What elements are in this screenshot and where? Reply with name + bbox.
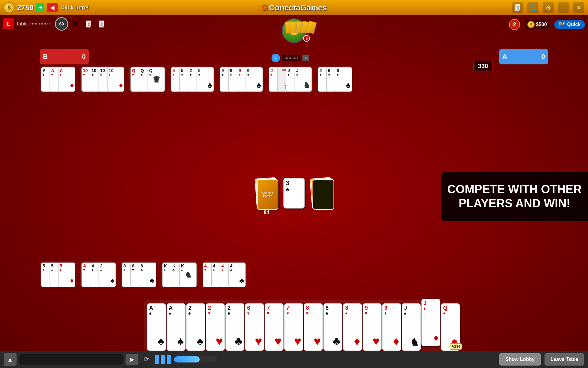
opponent-card-groups: A♠ ♠ A♥ ♥ A♦ ♦ 10♥ ♥ 10♣ bbox=[40, 66, 548, 93]
opponent-group-7: 2♠ ♠ 6♣ ♣ 6♣ ♣ bbox=[317, 66, 353, 93]
opponent-group-1: A♠ ♠ A♥ ♥ A♦ ♦ bbox=[40, 66, 77, 93]
card-count-badge: 5 bbox=[303, 35, 310, 42]
deck-count: 84 bbox=[264, 210, 269, 215]
balance-display: $500 bbox=[536, 22, 547, 27]
hand-card-12[interactable]: 9 ♥ ♥ bbox=[363, 303, 382, 351]
opponent-group-2: 10♥ ♥ 10♣ ♣ 10♠ ♠ 10♦ ♦ bbox=[80, 66, 126, 93]
info-close-button[interactable]: ✕ bbox=[302, 55, 309, 61]
card-icon-sm2[interactable]: 🃏 bbox=[96, 18, 107, 29]
leave-table-button[interactable]: Leave Table bbox=[545, 353, 584, 366]
settings-icon-sm[interactable]: ⚙ bbox=[70, 18, 81, 29]
hand-card-10[interactable]: 8 ♣ ♣ bbox=[323, 303, 342, 351]
promo-banner: COMPETE WITH OTHER PLAYERS AND WIN! bbox=[441, 172, 588, 221]
hand-card-7[interactable]: 7 ♥ ♥ bbox=[265, 303, 284, 351]
opponent-group-6: J♥ ♞ JOKER 🃏 J♠ ♞ J♠ ♞ bbox=[268, 66, 313, 93]
a234-badge: A234 bbox=[450, 343, 462, 350]
timer-icons: 60 ⚙ 🃏 🃏 bbox=[55, 17, 107, 31]
bar-icons bbox=[154, 355, 172, 364]
side-deck[interactable] bbox=[311, 178, 332, 209]
hand-card-2[interactable]: A ♠ ♠ bbox=[167, 303, 186, 351]
player-name-display: ••••• •••• bbox=[282, 55, 300, 61]
card[interactable]: Q♠ ♛ bbox=[148, 67, 165, 92]
info-bubble: i ••••• •••• ✕ bbox=[271, 54, 309, 62]
close-icon[interactable]: ✕ bbox=[573, 2, 584, 13]
top-bar-left: $ 2750 + ◀ Click here! bbox=[4, 2, 89, 13]
bar-icon-1 bbox=[155, 355, 159, 364]
balance-amount: 2750 bbox=[17, 3, 33, 12]
score-a: A 0 bbox=[499, 49, 548, 64]
coin-sm-icon: $ bbox=[527, 21, 535, 28]
bar-icon-3 bbox=[167, 355, 171, 364]
player-group-2: A♥ ♥ A♦ ♦ 2♠ ♠ bbox=[80, 261, 117, 288]
timer-display: 60 bbox=[55, 17, 68, 31]
refresh-button[interactable]: ⟳ bbox=[141, 354, 152, 365]
hand-card-6[interactable]: 6 ♥ ♥ bbox=[245, 303, 264, 351]
player-group-3: 8♠ ♠ 8♥ ♥ 8♣ ♣ bbox=[121, 261, 157, 288]
card[interactable]: J♠ ♞ bbox=[295, 67, 312, 92]
coin-balance: $ $500 bbox=[524, 20, 550, 29]
card[interactable]: 2♠ ♠ bbox=[99, 263, 116, 287]
player-group-4: K♠ ♚ K♣ ♚ K♠ ♞ bbox=[161, 261, 198, 288]
bottom-bar: ▲ ▶ ⟳ Show Lobby Leave Table bbox=[0, 351, 588, 368]
hand-card-3[interactable]: 2 ♠ ♠ bbox=[186, 303, 205, 351]
header-right: 2 $ $500 🏁 Quick bbox=[509, 19, 585, 30]
chat-input[interactable] bbox=[19, 354, 123, 365]
card[interactable]: 6♣ ♣ bbox=[335, 67, 352, 92]
table-name: ••••• •••••• • bbox=[30, 21, 51, 26]
card[interactable]: 8♣ ♣ bbox=[139, 263, 156, 287]
player-hand: A ♠ ♠ A ♠ ♠ 2 ♠ ♠ 2 ♥ ♥ 2 ♣ ♣ 6 bbox=[144, 300, 444, 351]
hand-card-13[interactable]: 9 ♦ ♦ bbox=[382, 303, 401, 351]
card[interactable]: 4♣ ♣ bbox=[228, 263, 246, 287]
cards-icon-sm[interactable]: 🃏 bbox=[83, 18, 94, 29]
score-b-value: 0 bbox=[82, 53, 86, 61]
hand-card-15[interactable]: J ♦ ♦ bbox=[421, 299, 440, 346]
logo: GConectaGames bbox=[261, 3, 327, 13]
language-icon[interactable]: 🌐 bbox=[527, 2, 538, 13]
card[interactable]: A♦ ♦ bbox=[58, 67, 75, 92]
hand-card-5[interactable]: 2 ♣ ♣ bbox=[225, 303, 244, 351]
hand-card-11[interactable]: 8 ♦ ♦ bbox=[343, 303, 362, 351]
chevron-up-button[interactable]: ▲ bbox=[4, 353, 17, 366]
game-area: E Table: ••••• •••••• • 60 ⚙ 🃏 🃏 😊 5 bbox=[0, 15, 588, 368]
opponent-group-4: 5♦ ♦ 5♣ ♣ 2♣ ♣ 5♣ ♣ bbox=[170, 66, 215, 93]
settings-icon[interactable]: ⚙ bbox=[543, 2, 554, 13]
progress-bar-fill bbox=[174, 356, 200, 362]
player-card-groups: 5♠ ♠ 5♠ ♠ 5♦ ♦ A♥ ♥ A♦ bbox=[40, 261, 247, 288]
player-group-5: 4♥ ♥ 4♠ ♠ 4♦ ♦ 4♣ ♣ bbox=[202, 261, 247, 288]
score-a-value: 0 bbox=[541, 53, 545, 61]
player-group-1: 5♠ ♠ 5♠ ♠ 5♦ ♦ bbox=[40, 261, 77, 288]
progress-bar-container bbox=[174, 356, 217, 362]
send-button[interactable]: ▶ bbox=[126, 354, 138, 365]
quick-button[interactable]: 🏁 Quick bbox=[554, 20, 585, 29]
hand-card-8[interactable]: 7 ♥ ♥ bbox=[284, 303, 303, 351]
table-label: Table: bbox=[16, 21, 29, 27]
card[interactable]: 10♦ ♦ bbox=[107, 67, 124, 92]
table-header: E Table: ••••• •••••• • 60 ⚙ 🃏 🃏 😊 5 bbox=[0, 15, 588, 33]
player-count-badge: 2 bbox=[509, 19, 520, 30]
hand-card-16[interactable]: Q ♦ ♛ A234 bbox=[441, 303, 460, 351]
add-balance-button[interactable]: + bbox=[36, 3, 44, 12]
bar-icon-2 bbox=[161, 355, 165, 364]
center-avatar: 😊 5 bbox=[282, 18, 306, 43]
top-bar: $ 2750 + ◀ Click here! GConectaGames 🃏 🌐… bbox=[0, 0, 588, 15]
hand-card-4[interactable]: 2 ♥ ♥ bbox=[206, 303, 225, 351]
show-lobby-button[interactable]: Show Lobby bbox=[499, 353, 541, 366]
card[interactable]: K♠ ♞ bbox=[179, 263, 197, 287]
discard-pile[interactable]: 3 ♣ ♣ bbox=[283, 178, 305, 209]
hand-card-9[interactable]: 8 ♥ ♥ bbox=[304, 303, 323, 351]
card[interactable]: 5♦ ♦ bbox=[58, 263, 75, 287]
opponent-group-5: 9♣ ♣ 9♠ ♠ 9♥ ♥ 9♣ ♣ bbox=[219, 66, 264, 93]
top-bar-right: 🃏 🌐 ⚙ ⛶ ✕ bbox=[512, 2, 584, 13]
fullscreen-icon[interactable]: ⛶ bbox=[558, 2, 569, 13]
opponent-group-3: Q♥ ♛ Q♣ ♛ Q♠ ♛ bbox=[129, 66, 166, 93]
card[interactable]: 5♣ ♣ bbox=[197, 67, 214, 92]
draw-pile[interactable]: ConectaGames ConectaGames ConectaGames 8… bbox=[256, 178, 277, 209]
score-a-letter: A bbox=[502, 53, 541, 61]
hand-card-14[interactable]: J ♠ ♞ bbox=[402, 303, 421, 351]
info-icon: i bbox=[271, 54, 280, 62]
card[interactable]: 9♣ ♣ bbox=[246, 67, 263, 92]
hand-card-1[interactable]: A ♠ ♠ bbox=[147, 303, 166, 351]
center-area: ConectaGames ConectaGames ConectaGames 8… bbox=[256, 178, 332, 209]
back-arrow-button[interactable]: ◀ bbox=[47, 3, 58, 12]
cards-icon[interactable]: 🃏 bbox=[512, 2, 523, 13]
